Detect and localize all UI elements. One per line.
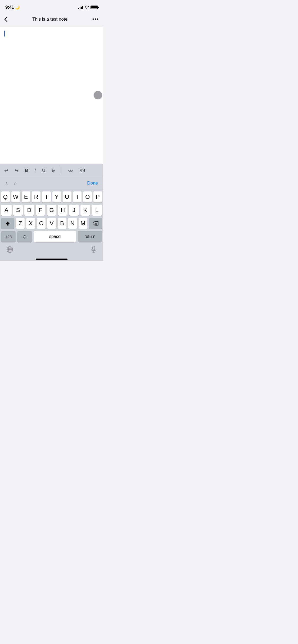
toolbar-divider [61, 167, 61, 174]
keyboard-row-4: 123 ☺ space return [0, 229, 103, 244]
keyboard-row-1: Q W E R T Y U I O P [0, 189, 103, 203]
backspace-key[interactable] [89, 218, 102, 229]
quote-button[interactable]: 99 [79, 167, 86, 175]
time-display: 9:41 [5, 5, 14, 10]
svg-rect-5 [93, 246, 95, 250]
keyboard-row-2: A S D F G H J K L [0, 203, 103, 216]
key-j[interactable]: J [69, 205, 79, 216]
keyboard: Q W E R T Y U I O P A S D F G H J K L Z … [0, 189, 103, 244]
emoji-key[interactable]: ☺ [17, 231, 32, 242]
globe-icon[interactable] [6, 246, 13, 255]
nav-bar: This is a test note ••• [0, 13, 103, 26]
status-time: 9:41 🌙 [5, 5, 20, 10]
key-m[interactable]: M [79, 218, 87, 229]
up-arrow-button[interactable]: ∧ [5, 181, 8, 185]
key-k[interactable]: K [80, 205, 90, 216]
key-o[interactable]: O [83, 191, 92, 203]
autocorrect-bar: ∧ ∨ Done [0, 177, 103, 189]
done-button[interactable]: Done [87, 181, 98, 186]
formatting-toolbar: ↩ ↪ B I U S </> 99 [0, 164, 103, 177]
back-button[interactable] [4, 16, 10, 23]
return-key[interactable]: return [78, 231, 102, 242]
key-b[interactable]: B [58, 218, 66, 229]
key-d[interactable]: D [24, 205, 34, 216]
shift-key[interactable] [1, 218, 14, 229]
key-v[interactable]: V [47, 218, 56, 229]
underline-button[interactable]: U [41, 167, 46, 174]
redo-button[interactable]: ↪ [13, 167, 20, 174]
home-bar [36, 259, 67, 260]
space-key[interactable]: space [34, 231, 76, 242]
status-bar: 9:41 🌙 [0, 0, 103, 13]
key-r[interactable]: R [32, 191, 40, 203]
strikethrough-button[interactable]: S [51, 167, 56, 174]
key-e[interactable]: E [22, 191, 30, 203]
key-i[interactable]: I [73, 191, 82, 203]
bold-button[interactable]: B [24, 167, 29, 174]
key-x[interactable]: X [26, 218, 35, 229]
key-h[interactable]: H [58, 205, 67, 216]
key-f[interactable]: F [36, 205, 45, 216]
code-button[interactable]: </> [67, 167, 75, 174]
text-cursor [4, 31, 5, 36]
key-c[interactable]: C [37, 218, 46, 229]
signal-icon [78, 6, 83, 9]
down-arrow-button[interactable]: ∨ [13, 181, 16, 185]
key-l[interactable]: L [92, 205, 102, 216]
battery-icon [91, 6, 98, 9]
note-content-area[interactable] [0, 26, 103, 164]
key-y[interactable]: Y [52, 191, 61, 203]
key-z[interactable]: Z [16, 218, 25, 229]
numbers-key[interactable]: 123 [1, 231, 16, 242]
microphone-icon[interactable] [91, 246, 97, 255]
key-u[interactable]: U [63, 191, 71, 203]
key-s[interactable]: S [13, 205, 23, 216]
moon-icon: 🌙 [15, 5, 20, 10]
key-n[interactable]: N [68, 218, 77, 229]
wifi-icon [85, 6, 89, 10]
nav-arrows: ∧ ∨ [5, 181, 16, 185]
key-p[interactable]: P [93, 191, 102, 203]
key-a[interactable]: A [1, 205, 12, 216]
key-w[interactable]: W [11, 191, 20, 203]
keyboard-row-3: Z X C V B N M [0, 216, 103, 229]
status-icons [78, 6, 98, 10]
scroll-handle[interactable] [94, 91, 102, 99]
home-indicator [0, 256, 103, 261]
italic-button[interactable]: I [33, 167, 37, 174]
key-g[interactable]: G [47, 205, 56, 216]
more-button[interactable]: ••• [90, 15, 99, 23]
keyboard-extras [0, 244, 103, 256]
key-t[interactable]: T [42, 191, 51, 203]
undo-button[interactable]: ↩ [3, 167, 9, 174]
nav-title: This is a test note [10, 17, 90, 22]
key-q[interactable]: Q [1, 191, 10, 203]
